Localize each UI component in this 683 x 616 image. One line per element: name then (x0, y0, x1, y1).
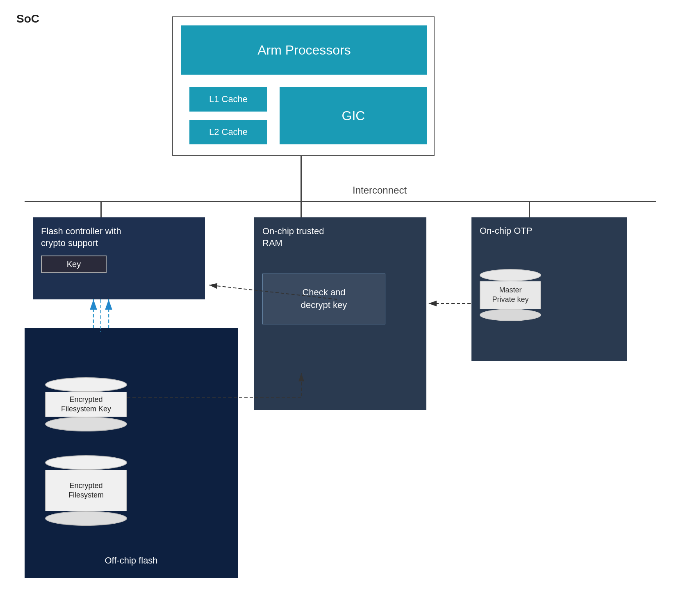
check-decrypt-label: Check anddecrypt key (301, 287, 347, 310)
master-key-label: MasterPrivate key (492, 285, 528, 305)
arm-processors-box: Arm Processors (181, 25, 427, 75)
master-key-cylinder-body: MasterPrivate key (480, 281, 541, 309)
gic-label: GIC (342, 108, 365, 123)
interconnect-to-flash-line (100, 202, 102, 219)
encrypted-fs-wrapper: EncryptedFilesystem (45, 455, 127, 526)
enc-fs-cylinder-top (45, 455, 127, 470)
enc-fs-cylinder-body: EncryptedFilesystem (45, 470, 127, 511)
offchip-flash-label: Off-chip flash (105, 555, 157, 570)
enc-fs-key-label: EncryptedFilesystem Key (61, 395, 111, 414)
flash-controller-label: Flash controller withcrypto support (41, 226, 121, 249)
interconnect-line (25, 201, 656, 202)
check-decrypt-box: Check anddecrypt key (262, 274, 385, 324)
interconnect-label: Interconnect (353, 185, 407, 196)
enc-fs-key-cylinder-top (45, 377, 127, 392)
gic-box: GIC (280, 87, 427, 144)
l1-cache-box: L1 Cache (189, 87, 267, 112)
flash-controller-box: Flash controller withcrypto support Key (33, 217, 205, 299)
master-private-key-wrapper: MasterPrivate key (480, 269, 541, 321)
l2-cache-label: L2 Cache (209, 127, 248, 137)
key-label: Key (67, 260, 81, 269)
arm-processors-label: Arm Processors (257, 43, 351, 58)
interconnect-to-otp-line (529, 202, 530, 219)
encrypted-fs-key-wrapper: EncryptedFilesystem Key (45, 377, 127, 431)
key-box: Key (41, 256, 107, 273)
arm-to-interconnect-line (301, 156, 302, 201)
enc-fs-label: EncryptedFilesystem (68, 481, 104, 500)
enc-fs-cylinder-bottom (45, 511, 127, 526)
arm-outer-box: Arm Processors L1 Cache L2 Cache GIC (172, 16, 435, 156)
l2-cache-box: L2 Cache (189, 120, 267, 144)
otp-label: On-chip OTP (480, 226, 532, 236)
diagram-container: SoC Arm Processors L1 Cache L2 Cache GIC… (0, 0, 683, 616)
master-key-cylinder-bottom (480, 309, 541, 321)
offchip-flash-box: Off-chip flash (25, 328, 238, 578)
trusted-ram-label: On-chip trustedRAM (262, 226, 324, 249)
trusted-ram-box: On-chip trustedRAM Check anddecrypt key (254, 217, 426, 410)
enc-fs-key-cylinder-bottom (45, 417, 127, 431)
l1-cache-label: L1 Cache (209, 94, 248, 105)
otp-block: On-chip OTP MasterPrivate key (471, 217, 627, 361)
interconnect-to-trusted-line (301, 202, 302, 219)
soc-label: SoC (16, 12, 39, 25)
enc-fs-key-cylinder-body: EncryptedFilesystem Key (45, 392, 127, 417)
master-key-cylinder-top (480, 269, 541, 281)
